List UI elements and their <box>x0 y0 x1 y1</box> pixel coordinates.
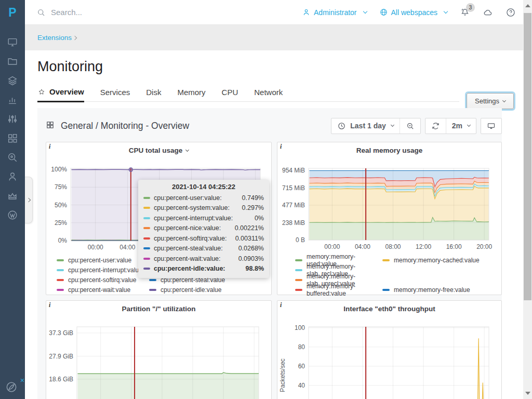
tab-label: Network <box>254 88 283 97</box>
panel-title[interactable]: CPU total usage <box>46 142 271 158</box>
sidebar-item-layers[interactable] <box>7 75 18 86</box>
sidebar-item-wordpress[interactable] <box>7 209 18 221</box>
legend-item[interactable]: cpu:percent-interrupt:value <box>57 267 149 274</box>
sidebar-item-users[interactable] <box>7 171 18 182</box>
refresh-button[interactable] <box>425 118 446 134</box>
panel-title[interactable]: Partition "/" utilization <box>46 301 271 316</box>
sidebar-item-extensions[interactable] <box>7 132 18 144</box>
svg-text:80: 80 <box>298 343 305 351</box>
webspaces-menu[interactable]: All webspaces <box>379 8 448 17</box>
svg-text:18.6 GiB: 18.6 GiB <box>49 376 73 383</box>
plesk-logo[interactable]: P <box>0 0 25 25</box>
app-window: P × Administrator All webspaces 3 <box>0 0 532 399</box>
time-range-picker[interactable]: Last 1 day <box>331 118 399 134</box>
notifications-button[interactable]: 3 <box>460 7 470 18</box>
cloud-button[interactable] <box>483 7 493 18</box>
panel-info-icon[interactable]: i <box>280 301 282 309</box>
panel-title[interactable]: Real memory usage <box>277 142 501 158</box>
promo-icon[interactable]: × <box>5 380 20 396</box>
svg-text:238 MiB: 238 MiB <box>282 219 305 227</box>
globe-icon <box>379 8 388 17</box>
svg-text:27.9 GiB: 27.9 GiB <box>49 353 73 360</box>
scrollbar-thumb[interactable] <box>524 13 531 300</box>
tv-icon <box>487 122 496 130</box>
tab-label: Overview <box>49 87 84 96</box>
tab-label: Disk <box>146 88 161 97</box>
tooltip-row: cpu:percent-system:value:0.297% <box>143 203 264 214</box>
tab-bar: OverviewServicesDiskMemoryCPUNetwork <box>37 87 459 102</box>
sidebar-expander[interactable] <box>25 177 33 223</box>
wordpress-icon <box>7 209 18 221</box>
refresh-interval-picker[interactable]: 2m <box>446 118 476 134</box>
dashboard-title-button[interactable]: General / Monitoring - Overview <box>46 121 189 131</box>
tab-memory[interactable]: Memory <box>177 87 205 101</box>
kiosk-mode-button[interactable] <box>481 118 501 134</box>
legend-item[interactable]: cpu:percent-user:value <box>57 257 149 264</box>
layers-icon <box>7 75 18 86</box>
zoom-out-button[interactable] <box>400 118 420 134</box>
sidebar-nav <box>0 25 25 221</box>
tooltip-row: cpu:percent-steal:value:0.0268% <box>143 244 264 254</box>
tab-cpu[interactable]: CPU <box>222 87 238 101</box>
sidebar-item-folder[interactable] <box>7 56 18 67</box>
memory-legend: memory:memory-used:valuememory:memory-ca… <box>277 255 501 295</box>
sidebar-item-seo[interactable] <box>7 152 18 163</box>
notification-badge: 3 <box>466 3 475 12</box>
main-content: Monitoring OverviewServicesDiskMemoryCPU… <box>25 50 523 399</box>
tooltip-timestamp: 2021-10-14 04:25:22 <box>143 183 264 191</box>
users-icon <box>7 171 18 182</box>
help-button[interactable] <box>506 7 516 18</box>
breadcrumb-link[interactable]: Extensions <box>37 34 72 42</box>
svg-text:Packets/sec: Packets/sec <box>279 358 286 392</box>
panel-info-icon[interactable]: i <box>49 301 50 309</box>
svg-text:04:00: 04:00 <box>355 243 370 250</box>
network-chart[interactable]: 40608010000:0004:0008:0012:0016:0020:00P… <box>277 316 501 399</box>
legend-item[interactable]: memory:memory-free:value <box>382 286 470 294</box>
tooltip-row: cpu:percent-nice:value:0.00221% <box>143 223 264 234</box>
sidebar-item-stats[interactable] <box>7 94 18 105</box>
tab-label: CPU <box>222 88 238 97</box>
sidebar-item-crown[interactable] <box>7 190 18 202</box>
chart-tooltip: 2021-10-14 04:25:22 cpu:percent-user:val… <box>138 180 269 278</box>
svg-text:100: 100 <box>295 324 305 331</box>
tab-network[interactable]: Network <box>254 87 283 101</box>
scrollbar-up-arrow[interactable] <box>525 4 530 7</box>
dashboard-header: General / Monitoring - Overview Last 1 d… <box>46 117 502 134</box>
legend-item[interactable]: memory:memory-cached:value <box>382 257 480 264</box>
panel-info-icon[interactable]: i <box>280 143 282 151</box>
legend-item[interactable]: cpu:percent-idle:value <box>149 286 221 294</box>
svg-text:477 MiB: 477 MiB <box>282 202 305 209</box>
user-label: Administrator <box>314 8 356 17</box>
tab-overview[interactable]: Overview <box>37 87 84 102</box>
panel-title[interactable]: Interface "eth0" throughput <box>277 301 501 316</box>
tab-disk[interactable]: Disk <box>146 87 161 101</box>
panel-info-icon[interactable]: i <box>49 143 50 151</box>
legend-item[interactable]: memory:memory-buffered:value <box>295 283 382 297</box>
memory-chart[interactable]: 0 B238 MiB477 MiB715 MiB954 MiB00:0004:0… <box>277 158 501 254</box>
scrollbar-down-arrow[interactable] <box>525 392 530 395</box>
legend-item[interactable]: cpu:percent-softirq:value <box>57 276 149 284</box>
stats-icon <box>7 94 18 105</box>
panel-partition-utilization: i Partition "/" utilization 18.6 GiB27.9… <box>46 300 272 399</box>
svg-text:715 MiB: 715 MiB <box>282 184 305 192</box>
svg-text:100%: 100% <box>51 166 67 173</box>
disk-chart[interactable]: 18.6 GiB27.9 GiB37.3 GiB00:0004:0008:001… <box>46 316 271 399</box>
panel-cpu-total-usage: i CPU total usage 0%25%50%75%100%00:0004… <box>46 142 272 295</box>
promo-close-icon[interactable]: × <box>20 376 24 384</box>
svg-text:40: 40 <box>298 382 305 389</box>
svg-text:00:00: 00:00 <box>88 244 103 251</box>
dashboard-grid-icon <box>46 121 55 131</box>
search-input[interactable] <box>51 8 217 17</box>
tab-label: Memory <box>177 88 205 97</box>
sidebar-item-tune[interactable] <box>7 113 18 125</box>
user-menu[interactable]: Administrator <box>302 8 366 17</box>
sidebar-item-desktop[interactable] <box>7 36 18 48</box>
tab-services[interactable]: Services <box>100 87 130 101</box>
star-icon[interactable] <box>37 88 46 96</box>
cloud-icon <box>483 7 493 18</box>
legend-item[interactable]: cpu:percent-wait:value <box>57 286 149 294</box>
settings-button[interactable]: Settings <box>467 93 514 109</box>
svg-text:00:00: 00:00 <box>324 243 340 250</box>
svg-text:50%: 50% <box>55 202 67 209</box>
svg-text:0%: 0% <box>58 237 68 244</box>
